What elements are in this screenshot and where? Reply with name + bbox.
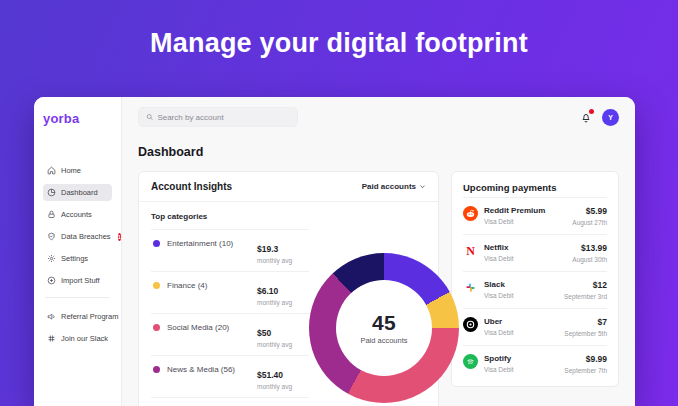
category-amount: $51.40 bbox=[257, 370, 283, 380]
breach-count-badge: 1 bbox=[118, 233, 121, 241]
sidebar-item-label: Settings bbox=[61, 254, 88, 263]
category-dot bbox=[153, 240, 160, 247]
sidebar-item-label: Data Breaches bbox=[61, 232, 111, 241]
category-row-finance[interactable]: Finance (4) $6.10monthly avg bbox=[151, 271, 309, 313]
payment-date: August 30th bbox=[572, 256, 607, 263]
category-sub: monthly avg bbox=[257, 383, 309, 390]
main-area: Y Dashboard Account Insights Paid accoun… bbox=[122, 97, 635, 406]
category-row-news-media[interactable]: News & Media (56) $51.40monthly avg bbox=[151, 355, 309, 397]
sidebar-item-home[interactable]: Home bbox=[43, 162, 112, 179]
sidebar-divider bbox=[45, 297, 110, 298]
account-insights-card: Account Insights Paid accounts Top categ… bbox=[138, 171, 439, 406]
payment-name: Uber bbox=[484, 317, 514, 326]
sidebar-item-accounts[interactable]: Accounts bbox=[43, 206, 112, 223]
upcoming-payments-card: Upcoming payments Reddit PremiumVisa Deb… bbox=[451, 171, 619, 387]
category-row-shopping[interactable]: Shopping (16) $303monthly avg bbox=[151, 397, 309, 406]
category-dot bbox=[153, 324, 160, 331]
sidebar: yorba Home Dashboard Accounts Data Breac… bbox=[34, 97, 122, 406]
slack-icon bbox=[47, 334, 56, 343]
home-icon bbox=[47, 166, 56, 175]
category-sub: monthly avg bbox=[257, 341, 309, 348]
lock-icon bbox=[47, 210, 56, 219]
category-dot bbox=[153, 366, 160, 373]
payment-date: September 5th bbox=[564, 330, 607, 337]
spotify-icon bbox=[463, 354, 478, 369]
payment-row-slack[interactable]: SlackVisa Debit $12September 3rd bbox=[463, 271, 607, 308]
payment-method: Visa Debit bbox=[484, 366, 514, 373]
search-input[interactable] bbox=[157, 113, 290, 122]
payment-amount: $9.99 bbox=[564, 354, 607, 364]
sidebar-item-settings[interactable]: Settings bbox=[43, 250, 112, 267]
sidebar-item-label: Home bbox=[61, 166, 81, 175]
payment-name: Slack bbox=[484, 280, 514, 289]
payment-name: Spotify bbox=[484, 354, 514, 363]
gear-icon bbox=[47, 254, 56, 263]
insights-title: Account Insights bbox=[151, 181, 232, 192]
payment-row-spotify[interactable]: SpotifyVisa Debit $9.99September 7th bbox=[463, 345, 607, 382]
search-icon bbox=[146, 113, 153, 121]
category-amount: $6.10 bbox=[257, 286, 278, 296]
payment-date: September 7th bbox=[564, 367, 607, 374]
uber-icon bbox=[463, 317, 478, 332]
payment-date: August 27th bbox=[572, 219, 607, 226]
import-icon bbox=[47, 276, 56, 285]
category-label: News & Media (56) bbox=[167, 364, 235, 374]
chevron-down-icon bbox=[419, 183, 426, 190]
payment-amount: $13.99 bbox=[572, 243, 607, 253]
app-window: yorba Home Dashboard Accounts Data Breac… bbox=[34, 97, 635, 406]
donut-chart[interactable]: 45 Paid accounts bbox=[309, 253, 459, 403]
reddit-icon bbox=[463, 206, 478, 221]
pie-chart-icon bbox=[47, 188, 56, 197]
shield-check-icon bbox=[47, 232, 56, 241]
megaphone-icon bbox=[47, 312, 56, 321]
sidebar-item-label: Join our Slack bbox=[61, 334, 108, 343]
sidebar-item-referral-program[interactable]: Referral Program bbox=[43, 308, 112, 325]
payment-amount: $5.99 bbox=[572, 206, 607, 216]
yorba-logo[interactable]: yorba bbox=[43, 111, 112, 126]
sidebar-item-label: Accounts bbox=[61, 210, 92, 219]
paid-accounts-dropdown-label: Paid accounts bbox=[362, 182, 416, 191]
paid-accounts-label: Paid accounts bbox=[360, 336, 407, 345]
sidebar-item-label: Import Stuff bbox=[61, 276, 100, 285]
category-row-social-media[interactable]: Social Media (20) $50monthly avg bbox=[151, 313, 309, 355]
payment-method: Visa Debit bbox=[484, 292, 514, 299]
sidebar-item-dashboard[interactable]: Dashboard bbox=[43, 184, 112, 201]
sidebar-item-label: Dashboard bbox=[61, 188, 98, 197]
sidebar-item-label: Referral Program bbox=[61, 312, 119, 321]
page-title: Dashboard bbox=[138, 145, 619, 159]
payment-method: Visa Debit bbox=[484, 255, 514, 262]
sidebar-item-join-slack[interactable]: Join our Slack bbox=[43, 330, 112, 347]
paid-accounts-count: 45 bbox=[372, 311, 396, 335]
notification-dot bbox=[589, 109, 594, 114]
top-categories-list: Top categories Entertainment (10) $19.3m… bbox=[151, 208, 309, 406]
sidebar-item-data-breaches[interactable]: Data Breaches 1 bbox=[43, 228, 112, 245]
category-label: Entertainment (10) bbox=[167, 238, 233, 248]
category-dot bbox=[153, 282, 160, 289]
payment-row-uber[interactable]: UberVisa Debit $7September 5th bbox=[463, 308, 607, 345]
payment-row-netflix[interactable]: N NetflixVisa Debit $13.99August 30th bbox=[463, 234, 607, 271]
payment-name: Netflix bbox=[484, 243, 514, 252]
notifications-button[interactable] bbox=[580, 110, 593, 124]
netflix-icon: N bbox=[463, 243, 478, 258]
paid-accounts-dropdown[interactable]: Paid accounts bbox=[362, 182, 426, 191]
hero-title: Manage your digital footprint bbox=[0, 28, 678, 59]
category-label: Social Media (20) bbox=[167, 322, 229, 332]
payment-amount: $12 bbox=[564, 280, 607, 290]
payment-method: Visa Debit bbox=[484, 329, 514, 336]
avatar[interactable]: Y bbox=[602, 109, 619, 126]
payment-amount: $7 bbox=[564, 317, 607, 327]
payment-row-reddit[interactable]: Reddit PremiumVisa Debit $5.99August 27t… bbox=[463, 197, 607, 234]
category-row-entertainment[interactable]: Entertainment (10) $19.3monthly avg bbox=[151, 229, 309, 271]
category-sub: monthly avg bbox=[257, 299, 309, 306]
payment-method: Visa Debit bbox=[484, 218, 545, 225]
top-categories-title: Top categories bbox=[151, 212, 309, 221]
payment-date: September 3rd bbox=[564, 293, 607, 300]
donut-center: 45 Paid accounts bbox=[336, 280, 432, 376]
category-amount: $50 bbox=[257, 328, 271, 338]
sidebar-item-import-stuff[interactable]: Import Stuff bbox=[43, 272, 112, 289]
search-box[interactable] bbox=[138, 107, 298, 127]
upcoming-payments-title: Upcoming payments bbox=[463, 182, 607, 193]
slack-icon bbox=[463, 280, 478, 295]
category-label: Finance (4) bbox=[167, 280, 207, 290]
payment-name: Reddit Premium bbox=[484, 206, 545, 215]
